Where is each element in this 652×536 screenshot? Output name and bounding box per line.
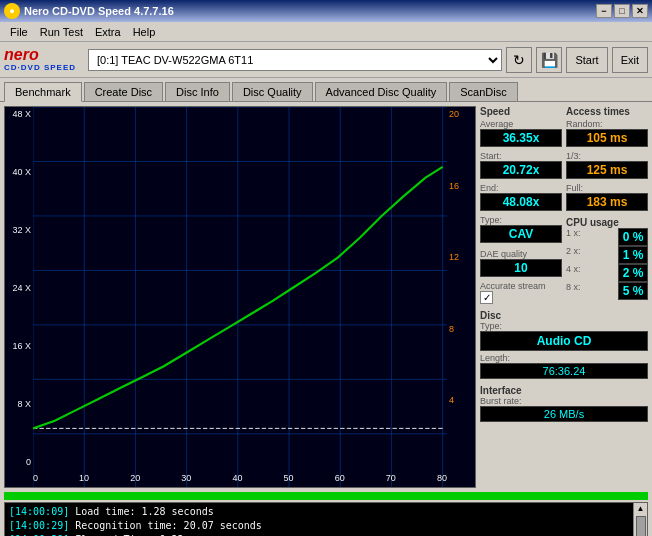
x-label-40: 40 [232,473,242,483]
log-area: [14:00:09] Load time: 1.28 seconds [14:0… [4,502,648,536]
save-button[interactable]: 💾 [536,47,562,73]
cpu-2x-value: 1 % [618,246,648,264]
y-right-label-8: 8 [447,324,475,334]
tab-advanced-disc-quality[interactable]: Advanced Disc Quality [315,82,448,101]
full-value: 183 ms [566,193,648,211]
app-icon: ● [4,3,20,19]
burst-label: Burst rate: [480,396,648,406]
menu-extra[interactable]: Extra [89,24,127,40]
cpu-2x-row: 2 x: 1 % [566,246,648,264]
y-label-16: 16 X [5,341,33,351]
logo: nero CD·DVD SPEED [4,47,76,72]
drive-select[interactable]: [0:1] TEAC DV-W522GMA 6T11 [88,49,502,71]
tab-create-disc[interactable]: Create Disc [84,82,163,101]
log-content: [14:00:09] Load time: 1.28 seconds [14:0… [5,503,647,536]
title-bar: ● Nero CD-DVD Speed 4.7.7.16 − □ ✕ [0,0,652,22]
log-text-1: Recognition time: 20.07 seconds [75,520,262,531]
cpu-1x-label: 1 x: [566,228,581,246]
x-label-20: 20 [130,473,140,483]
start-button[interactable]: Start [566,47,607,73]
cpu-1x-value: 0 % [618,228,648,246]
log-line-1: [14:00:29] Recognition time: 20.07 secon… [9,519,643,533]
average-label: Average [480,119,562,129]
log-time-1: [14:00:29] [9,520,69,531]
random-label: Random: [566,119,648,129]
maximize-button[interactable]: □ [614,4,630,18]
cpu-4x-label: 4 x: [566,264,581,282]
speed-header: Speed [480,106,562,117]
svg-rect-0 [33,107,447,488]
speed-column: Speed Average 36.35x Start: 20.72x End: … [480,106,562,304]
x-label-30: 30 [181,473,191,483]
interface-section: Interface Burst rate: 26 MB/s [480,385,648,422]
minimize-button[interactable]: − [596,4,612,18]
tab-disc-info[interactable]: Disc Info [165,82,230,101]
log-line-0: [14:00:09] Load time: 1.28 seconds [9,505,643,519]
average-value: 36.35x [480,129,562,147]
y-axis-right: 20 16 12 8 4 [447,107,475,469]
menu-file[interactable]: File [4,24,34,40]
exit-button[interactable]: Exit [612,47,648,73]
dae-label: DAE quality [480,249,562,259]
x-label-70: 70 [386,473,396,483]
accurate-checkbox-row: ✓ [480,291,562,304]
refresh-button[interactable]: ↻ [506,47,532,73]
progress-bar-fill [4,492,648,500]
cpu-8x-value: 5 % [618,282,648,300]
disc-section: Disc Type: Audio CD Length: 76:36.24 [480,310,648,379]
x-label-0: 0 [33,473,38,483]
burst-value: 26 MB/s [480,406,648,422]
app-title: Nero CD-DVD Speed 4.7.7.16 [24,5,174,17]
y-label-0: 0 [5,457,33,467]
chart-svg [33,107,447,488]
x-axis: 0 10 20 30 40 50 60 70 80 [33,469,447,487]
main-content: 48 X 40 X 32 X 24 X 16 X 8 X 0 20 16 12 … [0,102,652,492]
stats-panel: Speed Average 36.35x Start: 20.72x End: … [480,106,648,488]
tab-disc-quality[interactable]: Disc Quality [232,82,313,101]
scroll-up[interactable]: ▲ [636,503,646,514]
y-right-label-4: 4 [447,395,475,405]
random-value: 105 ms [566,129,648,147]
accurate-checkbox[interactable]: ✓ [480,291,493,304]
x-label-10: 10 [79,473,89,483]
log-text-0: Load time: 1.28 seconds [75,506,213,517]
start-label: Start: [480,151,562,161]
toolbar: nero CD·DVD SPEED [0:1] TEAC DV-W522GMA … [0,42,652,78]
tab-benchmark[interactable]: Benchmark [4,82,82,102]
cpu-4x-row: 4 x: 2 % [566,264,648,282]
dae-value: 10 [480,259,562,277]
menu-bar: File Run Test Extra Help [0,22,652,42]
disc-type-label: Type: [480,321,648,331]
y-label-24: 24 X [5,283,33,293]
log-scrollbar[interactable]: ▲ ▼ [633,503,647,536]
y-label-8: 8 X [5,399,33,409]
close-button[interactable]: ✕ [632,4,648,18]
progress-bar-container [4,492,648,500]
type-label: Type: [480,215,562,225]
cpu-4x-value: 2 % [618,264,648,282]
cpu-8x-label: 8 x: [566,282,581,300]
scroll-thumb[interactable] [636,516,646,536]
one-third-value: 125 ms [566,161,648,179]
y-label-32: 32 X [5,225,33,235]
y-label-40: 40 X [5,167,33,177]
cpu-header: CPU usage [566,217,648,228]
y-right-label-12: 12 [447,252,475,262]
x-label-80: 80 [437,473,447,483]
accurate-label: Accurate stream [480,281,562,291]
start-value: 20.72x [480,161,562,179]
type-value: CAV [480,225,562,243]
menu-help[interactable]: Help [127,24,162,40]
menu-run-test[interactable]: Run Test [34,24,89,40]
access-header: Access times [566,106,648,117]
tab-scan-disc[interactable]: ScanDisc [449,82,517,101]
log-time-0: [14:00:09] [9,506,69,517]
x-label-60: 60 [335,473,345,483]
interface-header: Interface [480,385,648,396]
length-label: Length: [480,353,648,363]
y-right-label-16: 16 [447,181,475,191]
cpu-2x-label: 2 x: [566,246,581,264]
disc-type-value: Audio CD [480,331,648,351]
chart-area: 48 X 40 X 32 X 24 X 16 X 8 X 0 20 16 12 … [4,106,476,488]
stats-top: Speed Average 36.35x Start: 20.72x End: … [480,106,648,304]
